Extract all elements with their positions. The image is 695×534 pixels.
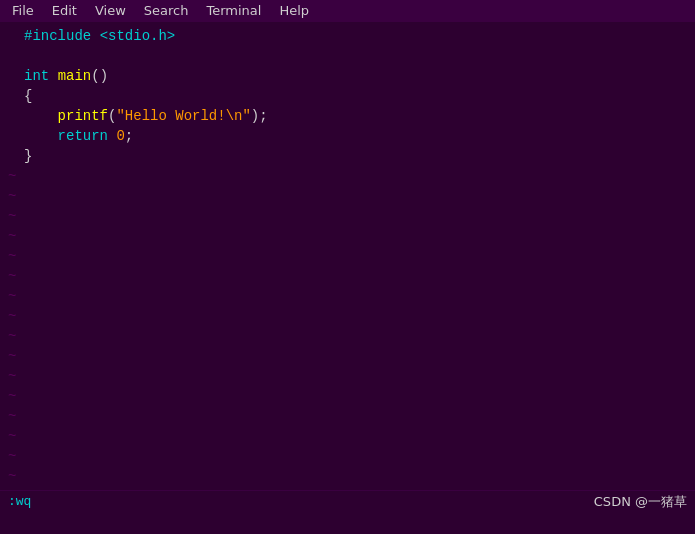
menu-file[interactable]: File [4, 0, 42, 22]
tilde-line: ~ [0, 446, 695, 466]
code-line-5: printf("Hello World!\n"); [0, 106, 695, 126]
code-content [24, 46, 32, 66]
tilde-line: ~ [0, 386, 695, 406]
tilde-placeholder [8, 106, 24, 126]
tilde-placeholder [8, 146, 24, 166]
tilde-line: ~ [0, 266, 695, 286]
code-content: } [24, 146, 32, 166]
tilde-line: ~ [0, 206, 695, 226]
menu-terminal[interactable]: Terminal [198, 0, 269, 22]
tilde-line: ~ [0, 166, 695, 186]
tilde-line: ~ [0, 366, 695, 386]
code-content: return 0; [24, 126, 133, 146]
tilde-placeholder [8, 26, 24, 46]
tilde-line: ~ [0, 286, 695, 306]
menu-edit[interactable]: Edit [44, 0, 85, 22]
code-line-3: int main() [0, 66, 695, 86]
code-line-6: return 0; [0, 126, 695, 146]
code-content: #include <stdio.h> [24, 26, 175, 46]
tilde-line: ~ [0, 246, 695, 266]
menubar: File Edit View Search Terminal Help [0, 0, 695, 22]
tilde-line: ~ [0, 306, 695, 326]
tilde-line: ~ [0, 466, 695, 486]
watermark: CSDN @一猪草 [594, 493, 687, 511]
menu-help[interactable]: Help [271, 0, 317, 22]
tilde-line: ~ [0, 406, 695, 426]
tilde-placeholder [8, 86, 24, 106]
code-line-2 [0, 46, 695, 66]
menu-view[interactable]: View [87, 0, 134, 22]
code-content: { [24, 86, 32, 106]
tilde-line: ~ [0, 426, 695, 446]
editor[interactable]: #include <stdio.h> int main() { printf("… [0, 22, 695, 512]
tilde-placeholder [8, 126, 24, 146]
menu-search[interactable]: Search [136, 0, 197, 22]
code-line-4: { [0, 86, 695, 106]
tilde-placeholder [8, 46, 24, 66]
tilde-line: ~ [0, 186, 695, 206]
statusbar: :wq CSDN @一猪草 [0, 490, 695, 512]
tilde-placeholder [8, 66, 24, 86]
code-content: int main() [24, 66, 108, 86]
tilde-line: ~ [0, 226, 695, 246]
tilde-line: ~ [0, 346, 695, 366]
vim-command: :wq [8, 494, 31, 509]
code-line-1: #include <stdio.h> [0, 26, 695, 46]
tilde-line: ~ [0, 326, 695, 346]
code-content: printf("Hello World!\n"); [24, 106, 268, 126]
code-line-7: } [0, 146, 695, 166]
